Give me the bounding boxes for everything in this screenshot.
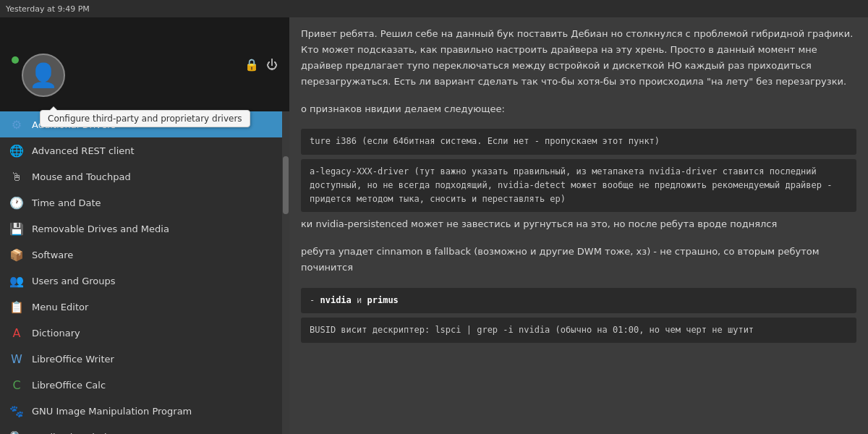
sidebar-item-label-users-groups: Users and Groups <box>32 276 115 286</box>
scrollbar[interactable] <box>282 111 289 434</box>
sidebar-item-label-mouse-touchpad: Mouse and Touchpad <box>32 171 131 182</box>
sidebar-item-label-app-finder: Application Finder <box>32 432 116 435</box>
sidebar-item-libreoffice-calc[interactable]: CLibreOffice Calc <box>0 372 289 398</box>
menu-list: ⚙Additional Drivers🌐Advanced REST client… <box>0 111 289 434</box>
power-button[interactable]: ⏻ <box>266 58 278 71</box>
header-icons: 🔒 ⏻ <box>244 58 278 72</box>
content-code-2: a-legacy-XXX-driver (тут важно указать п… <box>301 159 856 213</box>
scrollbar-thumb[interactable] <box>283 156 289 214</box>
content-area: Привет ребята. Решил себе на данный бук … <box>289 17 868 434</box>
sidebar-item-time-date[interactable]: 🕐Time and Date <box>0 190 289 216</box>
sidebar: 👤 🔒 ⏻ Configure third-party and propriet… <box>0 17 289 434</box>
sidebar-item-gimp[interactable]: 🐾GNU Image Manipulation Program <box>0 398 289 424</box>
sidebar-item-label-removable-drives: Removable Drives and Media <box>32 224 169 234</box>
avatar-icon: 👤 <box>29 61 58 89</box>
sidebar-item-app-finder[interactable]: 🔍Application Finder <box>0 424 289 434</box>
top-bar: Yesterday at 9:49 PM <box>0 0 868 17</box>
lock-button[interactable]: 🔒 <box>244 58 259 72</box>
sidebar-item-label-libreoffice-calc: LibreOffice Calc <box>32 380 106 391</box>
primus-label: primus <box>367 295 399 305</box>
sidebar-item-icon-gimp: 🐾 <box>9 403 25 419</box>
sidebar-item-software[interactable]: 📦Software <box>0 242 289 268</box>
tooltip-bubble: Configure third-party and proprietary dr… <box>40 110 250 127</box>
sidebar-item-label-dictionary: Dictionary <box>32 328 80 339</box>
sidebar-item-icon-app-finder: 🔍 <box>9 429 25 434</box>
nvidia-label: nvidia <box>320 295 351 305</box>
content-paragraph-3: ки nvidia-persistenced может не завестис… <box>301 216 856 232</box>
sidebar-item-icon-advanced-rest-client: 🌐 <box>9 142 25 158</box>
sidebar-item-icon-libreoffice-calc: C <box>9 377 25 393</box>
content-code-1: ture i386 (если 64битная система. Если н… <box>301 129 856 154</box>
sidebar-item-icon-mouse-touchpad: 🖱 <box>9 169 25 184</box>
sidebar-item-icon-software: 📦 <box>9 247 25 263</box>
sidebar-item-libreoffice-writer[interactable]: WLibreOffice Writer <box>0 346 289 372</box>
sidebar-item-icon-libreoffice-writer: W <box>9 351 25 367</box>
sidebar-item-icon-removable-drives: 💾 <box>9 221 25 237</box>
sidebar-item-mouse-touchpad[interactable]: 🖱Mouse and Touchpad <box>0 163 289 190</box>
main-area: 👤 🔒 ⏻ Configure third-party and propriet… <box>0 17 868 434</box>
sidebar-header: 👤 🔒 ⏻ <box>0 17 289 111</box>
sidebar-item-label-libreoffice-writer: LibreOffice Writer <box>32 354 114 365</box>
sidebar-item-label-advanced-rest-client: Advanced REST client <box>32 145 135 156</box>
content-code-4: BUSID висит дескриптер: lspci | grep -i … <box>301 318 856 343</box>
sidebar-item-label-software: Software <box>32 250 73 260</box>
sidebar-item-dictionary[interactable]: ADictionary <box>0 320 289 346</box>
sidebar-item-icon-dictionary: A <box>9 325 25 341</box>
avatar[interactable]: 👤 <box>22 54 65 97</box>
timestamp: Yesterday at 9:49 PM <box>6 4 90 14</box>
content-code-3: - nvidia и primus <box>301 288 856 313</box>
sidebar-item-label-menu-editor: Menu Editor <box>32 302 88 312</box>
content-paragraph-1: Привет ребята. Решил себе на данный бук … <box>301 26 856 90</box>
sidebar-item-icon-users-groups: 👥 <box>9 273 25 289</box>
tooltip-text: Configure third-party and proprietary dr… <box>48 114 242 124</box>
sidebar-item-users-groups[interactable]: 👥Users and Groups <box>0 268 289 294</box>
content-paragraph-2: о признаков нвидии делаем следующее: <box>301 101 856 117</box>
sidebar-item-icon-time-date: 🕐 <box>9 195 25 210</box>
sidebar-item-menu-editor[interactable]: 📋Menu Editor <box>0 294 289 320</box>
content-paragraph-4: ребута упадет cinnamon в fallback (возмо… <box>301 244 856 276</box>
sidebar-item-icon-menu-editor: 📋 <box>9 299 25 315</box>
sidebar-item-label-gimp: GNU Image Manipulation Program <box>32 406 192 417</box>
sidebar-item-advanced-rest-client[interactable]: 🌐Advanced REST client <box>0 137 289 163</box>
sidebar-item-removable-drives[interactable]: 💾Removable Drives and Media <box>0 216 289 242</box>
status-dot <box>12 56 19 64</box>
sidebar-item-icon-additional-drivers: ⚙ <box>9 116 25 132</box>
sidebar-item-label-time-date: Time and Date <box>32 197 101 208</box>
